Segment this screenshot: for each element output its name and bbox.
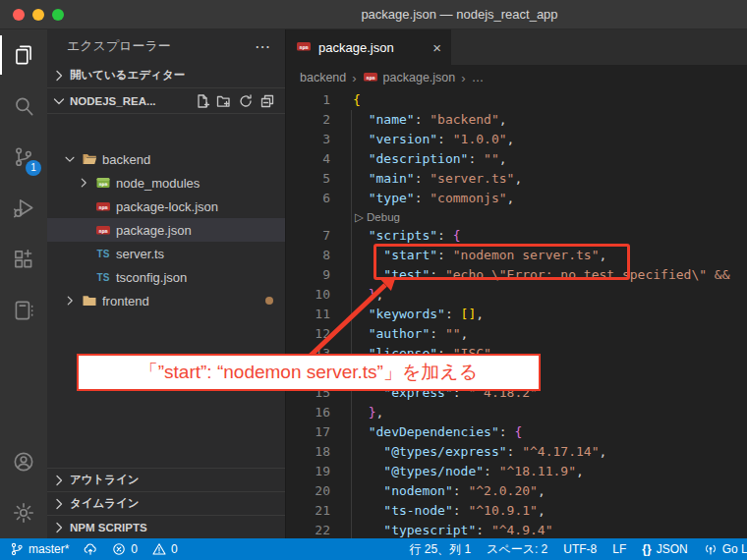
breadcrumb[interactable]: backend›npmpackage.json›… bbox=[286, 65, 747, 90]
workspace-label: NODEJS_REA... bbox=[70, 95, 156, 107]
svg-text:npm: npm bbox=[99, 182, 108, 187]
code-line-21: 21 "ts-node": "^10.9.1", bbox=[286, 501, 747, 521]
svg-text:TS: TS bbox=[97, 272, 110, 283]
workspace-section[interactable]: NODEJS_REA... bbox=[47, 88, 285, 114]
code-line-20: 20 "nodemon": "^2.0.20", bbox=[286, 481, 747, 501]
svg-text:npm: npm bbox=[98, 204, 107, 211]
line-number: 7 bbox=[286, 226, 330, 246]
sidebar-bottom-sections: アウトラインタイムラインNPM SCRIPTS bbox=[47, 468, 285, 538]
status-bar: master*00 行 25、列 1スペース: 2UTF-8LF{}JSONGo… bbox=[0, 538, 747, 560]
tree-item-frontend[interactable]: frontend bbox=[47, 289, 285, 312]
breadcrumb-item-backend[interactable]: backend bbox=[300, 71, 346, 84]
code-line-10: 10 }, bbox=[286, 285, 747, 305]
line-number: 6 bbox=[286, 189, 330, 208]
ts-icon: TS bbox=[95, 269, 111, 285]
line-number: 2 bbox=[286, 110, 330, 130]
section-タイムライン[interactable]: タイムライン bbox=[47, 491, 285, 515]
collapse-all-icon[interactable] bbox=[259, 93, 275, 109]
search-icon[interactable] bbox=[0, 81, 47, 132]
section-NPM SCRIPTS[interactable]: NPM SCRIPTS bbox=[47, 515, 285, 538]
extensions-icon[interactable] bbox=[0, 234, 47, 285]
code-line-2: 2 "name": "backend", bbox=[286, 110, 747, 130]
braces-icon: {} bbox=[642, 542, 651, 556]
account-icon[interactable] bbox=[0, 436, 47, 487]
code-line-16: 16 }, bbox=[286, 403, 747, 422]
svg-text:npm: npm bbox=[366, 74, 374, 81]
tab-strip: npm package.json × bbox=[286, 29, 747, 65]
status-right--25-1[interactable]: 行 25、列 1 bbox=[409, 541, 471, 558]
line-number: 21 bbox=[286, 501, 330, 521]
close-tab-icon[interactable]: × bbox=[432, 39, 441, 56]
code-line-12: 12 "author": "", bbox=[286, 324, 747, 344]
cloud-upload-icon bbox=[84, 542, 97, 556]
refresh-icon[interactable] bbox=[238, 93, 254, 109]
status-right-go-live[interactable]: Go Live bbox=[704, 542, 747, 556]
ts-icon: TS bbox=[95, 246, 111, 261]
line-number: 19 bbox=[286, 462, 330, 481]
line-number: 18 bbox=[286, 442, 330, 462]
line-number: 15 bbox=[286, 383, 330, 403]
folder-icon bbox=[82, 293, 97, 308]
code-line-22: 22 "typescript": "^4.9.4" bbox=[286, 521, 747, 538]
error-icon bbox=[112, 542, 126, 556]
close-window-button[interactable] bbox=[13, 9, 25, 21]
line-number: 5 bbox=[286, 169, 330, 189]
code-line-15: 15 "express": "^4.18.2" bbox=[286, 383, 747, 403]
new-folder-icon[interactable] bbox=[216, 93, 232, 109]
folder-open-icon bbox=[82, 151, 97, 167]
tree-item-backend[interactable]: backend bbox=[47, 147, 285, 171]
code-line-3: 3 "version": "1.0.0", bbox=[286, 130, 747, 149]
status-right-lf[interactable]: LF bbox=[612, 542, 626, 556]
status-right--2[interactable]: スペース: 2 bbox=[487, 541, 547, 558]
line-number: 12 bbox=[286, 324, 330, 344]
line-number: 11 bbox=[286, 305, 330, 324]
explorer-sidebar: エクスプローラー ⋯ 開いているエディター NODEJS_REA... back… bbox=[47, 29, 285, 538]
line-number: 9 bbox=[286, 265, 330, 285]
open-editors-section[interactable]: 開いているエディター bbox=[47, 63, 285, 88]
section-アウトライン[interactable]: アウトライン bbox=[47, 468, 285, 491]
npm-icon: npm bbox=[95, 222, 111, 238]
tree-item-server.ts[interactable]: TSserver.ts bbox=[47, 242, 285, 265]
editor-area: npm package.json × backend›npmpackage.js… bbox=[285, 29, 747, 538]
breadcrumb-item-package.json[interactable]: npmpackage.json bbox=[363, 69, 456, 87]
git-branch-icon bbox=[10, 542, 24, 556]
file-tree: backendnpmnode_modulesnpmpackage-lock.js… bbox=[47, 147, 285, 312]
breadcrumb-item-…[interactable]: … bbox=[472, 71, 485, 84]
tab-package-json[interactable]: npm package.json × bbox=[286, 29, 451, 65]
status-left-0[interactable]: 0 bbox=[152, 542, 178, 556]
line-number: 8 bbox=[286, 246, 330, 265]
status-left-cloud-upload[interactable] bbox=[84, 542, 97, 556]
minimize-window-button[interactable] bbox=[32, 9, 44, 21]
status-right-utf-8[interactable]: UTF-8 bbox=[563, 542, 597, 556]
line-number: 3 bbox=[286, 130, 330, 149]
title-bar: package.json — nodejs_react_app bbox=[0, 0, 747, 29]
code-line-14: 14 "dependencies": { bbox=[286, 364, 747, 383]
code-line-8: 8 "start": "nodemon server.ts", bbox=[286, 246, 747, 265]
new-file-icon[interactable] bbox=[195, 93, 210, 109]
code-line-7: 7 "scripts": { bbox=[286, 226, 747, 246]
svg-text:TS: TS bbox=[97, 249, 110, 259]
tree-item-node_modules[interactable]: npmnode_modules bbox=[47, 171, 285, 195]
status-left-0[interactable]: 0 bbox=[112, 542, 138, 556]
maximize-window-button[interactable] bbox=[52, 9, 64, 21]
code-editor[interactable]: 1{2 "name": "backend",3 "version": "1.0.… bbox=[286, 90, 747, 538]
tree-item-package-lock.json[interactable]: npmpackage-lock.json bbox=[47, 195, 285, 218]
svg-text:npm: npm bbox=[98, 228, 107, 235]
scm-badge: 1 bbox=[26, 160, 41, 176]
line-number: 13 bbox=[286, 344, 330, 364]
explorer-icon[interactable] bbox=[0, 29, 47, 81]
warning-icon bbox=[152, 542, 166, 556]
code-line-11: 11 "keywords": [], bbox=[286, 305, 747, 324]
settings-gear-icon[interactable] bbox=[0, 487, 47, 538]
notebook-icon[interactable] bbox=[0, 285, 47, 336]
status-left-master-[interactable]: master* bbox=[10, 542, 69, 556]
status-right-json[interactable]: {}JSON bbox=[642, 542, 687, 556]
more-actions-icon[interactable]: ⋯ bbox=[255, 37, 271, 56]
breadcrumb-separator: › bbox=[352, 71, 356, 85]
run-debug-icon[interactable] bbox=[0, 183, 47, 234]
source-control-icon[interactable]: 1 bbox=[0, 132, 47, 183]
line-number: 16 bbox=[286, 403, 330, 422]
tree-item-tsconfig.json[interactable]: TStsconfig.json bbox=[47, 265, 285, 289]
tree-item-package.json[interactable]: npmpackage.json bbox=[47, 218, 285, 242]
codelens-debug[interactable]: ▷ Debug bbox=[286, 208, 747, 226]
